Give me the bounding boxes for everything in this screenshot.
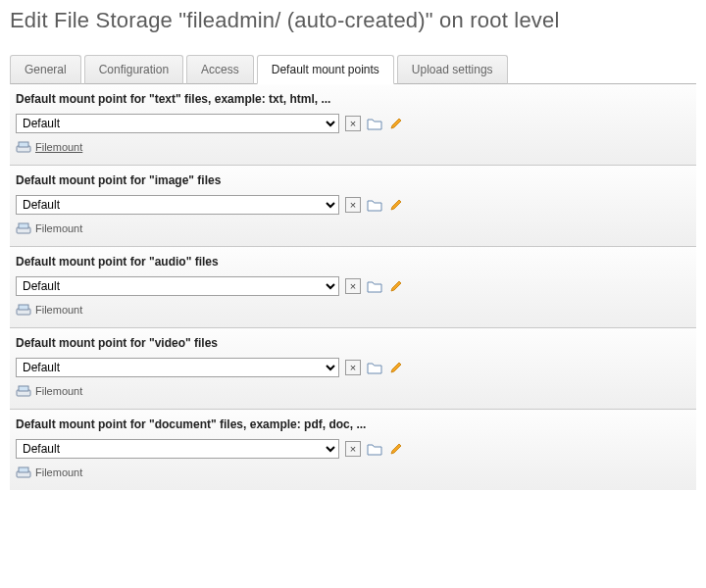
folder-icon[interactable] (367, 360, 382, 375)
filemount-icon (16, 302, 31, 318)
section-title: Default mount point for "document" files… (16, 417, 690, 431)
folder-icon[interactable] (367, 116, 382, 131)
mount-section-audio: Default mount point for "audio" files De… (10, 247, 696, 328)
filemount-link[interactable]: Filemount (35, 385, 82, 397)
page-title: Edit File Storage "fileadmin/ (auto-crea… (10, 8, 696, 33)
mount-section-text: Default mount point for "text" files, ex… (10, 84, 696, 166)
clear-icon[interactable]: × (345, 116, 361, 131)
clear-icon[interactable]: × (345, 197, 361, 213)
mount-select[interactable]: Default (16, 439, 339, 459)
tab-configuration[interactable]: Configuration (84, 55, 183, 84)
filemount-link[interactable]: Filemount (35, 222, 82, 234)
svg-rect-1 (19, 142, 28, 147)
folder-icon[interactable] (367, 278, 382, 294)
clear-icon[interactable]: × (345, 278, 361, 294)
folder-icon[interactable] (367, 197, 382, 213)
filemount-link[interactable]: Filemount (35, 466, 82, 478)
mount-section-image: Default mount point for "image" files De… (10, 166, 696, 247)
pencil-icon[interactable] (388, 116, 404, 131)
tab-upload-settings[interactable]: Upload settings (397, 55, 508, 84)
folder-icon[interactable] (367, 441, 382, 457)
tab-bar: General Configuration Access Default mou… (10, 55, 696, 84)
mount-select[interactable]: Default (16, 114, 339, 133)
tab-default-mount-points[interactable]: Default mount points (257, 55, 394, 84)
section-title: Default mount point for "video" files (16, 336, 690, 350)
pencil-icon[interactable] (388, 278, 404, 294)
svg-rect-3 (19, 223, 28, 228)
mount-select[interactable]: Default (16, 276, 339, 296)
filemount-icon (16, 220, 31, 236)
pencil-icon[interactable] (388, 360, 404, 375)
section-title: Default mount point for "text" files, ex… (16, 92, 690, 106)
svg-rect-7 (19, 386, 28, 391)
filemount-icon (16, 383, 31, 399)
tab-access[interactable]: Access (186, 55, 254, 84)
filemount-link[interactable]: Filemount (35, 304, 82, 316)
tab-body: Default mount point for "text" files, ex… (10, 83, 696, 490)
filemount-icon (16, 139, 31, 155)
pencil-icon[interactable] (388, 441, 404, 457)
section-title: Default mount point for "audio" files (16, 255, 690, 269)
section-title: Default mount point for "image" files (16, 173, 690, 187)
mount-section-video: Default mount point for "video" files De… (10, 328, 696, 410)
pencil-icon[interactable] (388, 197, 404, 213)
clear-icon[interactable]: × (345, 360, 361, 375)
mount-select[interactable]: Default (16, 195, 339, 215)
filemount-icon (16, 465, 31, 480)
svg-rect-9 (19, 467, 28, 472)
tab-general[interactable]: General (10, 55, 81, 84)
svg-rect-5 (19, 305, 28, 310)
mount-section-document: Default mount point for "document" files… (10, 410, 696, 490)
mount-select[interactable]: Default (16, 358, 339, 377)
clear-icon[interactable]: × (345, 441, 361, 457)
filemount-link[interactable]: Filemount (35, 141, 82, 153)
